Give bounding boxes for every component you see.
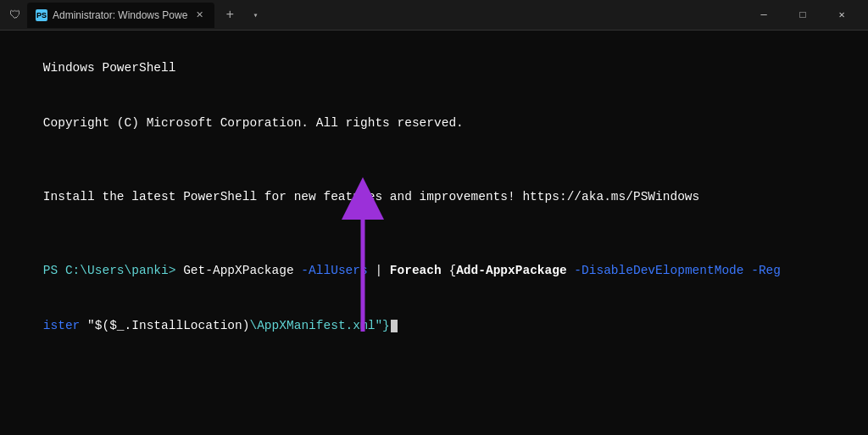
maximize-button[interactable]: □ (783, 0, 822, 31)
features-text: features (323, 190, 382, 204)
copyright-text: Copyright (C) Microsoft Corporation. All… (43, 116, 464, 130)
titlebar-controls: ─ □ ✕ (744, 0, 861, 31)
string-quote-prefix: "$($_.InstallLocation) (87, 319, 249, 332)
new-tab-button[interactable]: + (218, 3, 242, 27)
disabledevmode-flag: -DisableDevElopmentMode (567, 264, 744, 277)
get-appxpackage-cmd: Get-AppXPackage (183, 264, 294, 277)
titlebar-left: 🛡 PS Administrator: Windows Powe ✕ + ▾ (7, 3, 741, 28)
reg-flag: -Reg (744, 264, 782, 277)
terminal-content: Windows PowerShell Copyright (C) Microso… (0, 31, 868, 435)
terminal-line-2: Copyright (C) Microsoft Corporation. All… (14, 96, 854, 151)
pipe-char: | (368, 264, 390, 277)
powershell-title: Windows PowerShell (43, 61, 176, 75)
tab-dropdown-button[interactable]: ▾ (245, 5, 265, 25)
open-brace: { (442, 264, 456, 277)
tab-close-button[interactable]: ✕ (192, 8, 206, 22)
allusers-flag: -AllUsers (294, 264, 368, 277)
cursor (391, 320, 398, 332)
titlebar: 🛡 PS Administrator: Windows Powe ✕ + ▾ ─… (0, 0, 868, 31)
foreach-keyword: Foreach (390, 264, 442, 277)
string-path: \AppXManifest.xml"} (249, 319, 389, 332)
install-text-prefix: Install the latest PowerShell for new (43, 190, 324, 204)
close-button[interactable]: ✕ (822, 0, 861, 31)
terminal-line-3 (14, 152, 854, 170)
minimize-button[interactable]: ─ (744, 0, 783, 31)
install-text-suffix: and improvements! https://aka.ms/PSWindo… (382, 190, 699, 204)
ister-text: ister (43, 319, 87, 332)
terminal-line-4: Install the latest PowerShell for new fe… (14, 170, 854, 225)
terminal-line-1: Windows PowerShell (14, 41, 854, 96)
shield-icon: 🛡 (7, 7, 24, 24)
terminal-line-6: PS C:\Users\panki> Get-AppXPackage -AllU… (14, 243, 854, 298)
prompt-text: PS C:\Users\panki> (43, 264, 183, 277)
powershell-tab-icon: PS (36, 9, 47, 21)
tab-active[interactable]: PS Administrator: Windows Powe ✕ (27, 3, 214, 28)
terminal-line-5 (14, 226, 854, 244)
terminal-line-7: ister "$($_.InstallLocation)\AppXManifes… (14, 299, 854, 354)
add-appxpackage-cmd: Add-AppxPackage (456, 264, 567, 277)
tab-title: Administrator: Windows Powe (53, 9, 187, 21)
